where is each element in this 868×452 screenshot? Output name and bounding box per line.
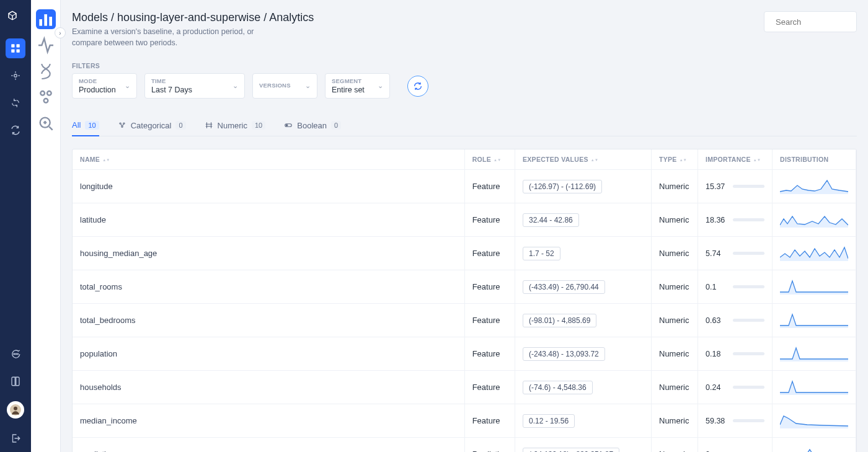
cell-role: Feature [464,170,515,203]
svg-point-6 [16,353,17,355]
chevron-down-icon: ⌄ [378,82,383,90]
filter-time[interactable]: TIME Last 7 Days ⌄ [144,73,245,99]
cell-name: households [73,371,464,404]
sec-segments[interactable] [36,87,56,107]
categorical-icon [118,121,126,130]
nav-target[interactable] [6,66,25,86]
table-row[interactable]: populationFeature(-243.48) - 13,093.72Nu… [73,337,856,371]
table-row[interactable]: householdsFeature(-74.6) - 4,548.36Numer… [73,371,856,404]
col-expected[interactable]: EXPECTED VALUES▲▼ [515,149,652,170]
filter-segment[interactable]: SEGMENT Entire set ⌄ [325,73,390,99]
nav-integrations[interactable] [6,93,25,113]
cell-expected: 0.12 - 19.56 [515,404,652,438]
svg-rect-3 [17,50,20,53]
cell-distribution [773,404,856,438]
cell-name: median_income [73,404,464,438]
col-role[interactable]: ROLE▲▼ [464,149,515,170]
cell-distribution [773,237,856,270]
filters-row: MODE Production ⌄ TIME Last 7 Days ⌄ VER… [72,73,857,99]
cell-importance: 0 [698,438,773,453]
search-box[interactable] [764,11,857,32]
cell-type: Numeric [652,237,698,270]
cell-importance: 5.74 [698,237,773,270]
cell-expected: 1.7 - 52 [515,237,652,270]
cell-type: Numeric [652,304,698,337]
features-table: NAME▲▼ ROLE▲▼ EXPECTED VALUES▲▼ TYPE▲▼ I… [72,149,857,452]
cell-importance: 15.37 [698,170,773,203]
tab-all[interactable]: All 10 [72,115,99,136]
col-name[interactable]: NAME▲▼ [73,149,464,170]
svg-point-5 [14,353,15,355]
cell-importance: 0.63 [698,304,773,337]
cell-distribution [773,270,856,304]
cell-type: Numeric [652,170,698,203]
tab-boolean[interactable]: Boolean 0 [284,115,341,136]
cell-importance: 0.24 [698,371,773,404]
cell-name: population [73,337,464,371]
main-content: Models / housing-layer-and-superwise / A… [61,0,868,452]
filters-label: FILTERS [72,62,857,69]
cell-name: total_bedrooms [73,304,464,337]
table-row[interactable]: housing_median_ageFeature1.7 - 52Numeric… [73,237,856,270]
chevron-down-icon: ⌄ [125,82,130,90]
search-input[interactable] [776,17,868,27]
boolean-icon [284,121,293,130]
table-row[interactable]: median_incomeFeature0.12 - 19.56Numeric5… [73,404,856,438]
cell-distribution [773,371,856,404]
tab-categorical[interactable]: Categorical 0 [118,115,186,136]
col-importance[interactable]: IMPORTANCE▲▼ [698,149,773,170]
sec-analytics[interactable] [36,9,56,29]
nav-chat[interactable] [6,344,25,364]
filter-mode[interactable]: MODE Production ⌄ [72,73,137,99]
filter-versions[interactable]: VERSIONS ⌄ [252,73,317,99]
cell-distribution [773,438,856,453]
svg-rect-10 [39,19,42,26]
cell-name: longitude [73,170,464,203]
cell-distribution [773,304,856,337]
cell-importance: 18.36 [698,203,773,237]
svg-point-13 [40,91,45,95]
svg-rect-1 [17,44,20,47]
refresh-icon [413,81,423,91]
numeric-icon [205,121,213,130]
col-type[interactable]: TYPE▲▼ [652,149,698,170]
cell-type: Numeric [652,371,698,404]
nav-dashboards[interactable] [6,38,25,58]
cell-expected: (-126.97) - (-112.69) [515,170,652,203]
table-row[interactable]: predictionPredicti…(-94,132.18) - 839,35… [73,438,856,453]
nav-logout[interactable] [6,428,25,448]
cell-expected: (-94,132.18) - 839,351.87 [515,438,652,453]
cell-role: Feature [464,237,515,270]
svg-rect-11 [44,14,47,26]
cell-type: Numeric [652,270,698,304]
cell-expected: (-243.48) - 13,093.72 [515,337,652,371]
cell-name: latitude [73,203,464,237]
sec-investigate[interactable] [36,113,56,133]
table-row[interactable]: latitudeFeature32.44 - 42.86Numeric18.36 [73,203,856,237]
table-row[interactable]: longitudeFeature(-126.97) - (-112.69)Num… [73,170,856,203]
refresh-button[interactable] [407,76,428,97]
cell-distribution [773,203,856,237]
tab-numeric[interactable]: Numeric 10 [205,115,266,136]
cell-expected: (-433.49) - 26,790.44 [515,270,652,304]
table-row[interactable]: total_bedroomsFeature(-98.01) - 4,885.69… [73,304,856,337]
svg-point-9 [14,407,17,410]
primary-sidebar [0,0,31,452]
svg-point-4 [14,74,17,78]
collapse-sidebar-button[interactable]: › [55,27,66,38]
nav-docs[interactable] [6,371,25,391]
nav-sync[interactable] [6,120,25,140]
breadcrumb: Models / housing-layer-and-superwise / A… [72,11,314,24]
svg-point-7 [17,353,19,355]
cell-distribution [773,337,856,371]
cell-expected: 32.44 - 42.86 [515,203,652,237]
chevron-down-icon: ⌄ [305,82,311,90]
cell-role: Predicti… [464,438,515,453]
svg-rect-0 [11,44,14,47]
table-row[interactable]: total_roomsFeature(-433.49) - 26,790.44N… [73,270,856,304]
cell-name: prediction [73,438,464,453]
user-avatar[interactable] [7,401,24,419]
cell-type: Numeric [652,438,698,453]
sec-activity[interactable] [36,35,56,55]
sec-dna[interactable] [36,61,56,81]
